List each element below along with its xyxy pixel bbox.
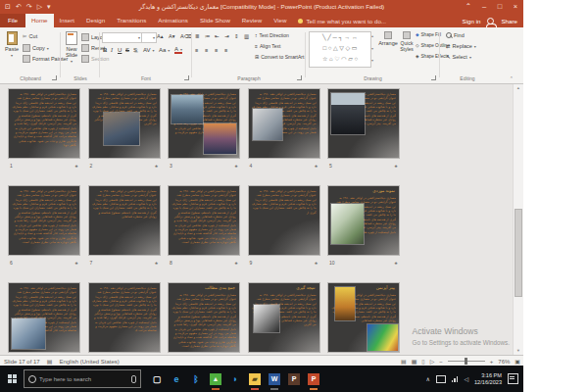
notes-icon[interactable]: ▤	[47, 358, 53, 365]
slide-thumbnail-7[interactable]: معماری دیکانستراکشن در اواخر دهه ۱۹۸۰ به…	[89, 186, 160, 255]
slide-canvas[interactable]: معماری دیکانستراکشن در اواخر دهه ۱۹۸۰ به…	[328, 89, 399, 158]
shrink-font-button[interactable]: A▾	[169, 33, 174, 39]
slide-thumbnail-13[interactable]: جمع بندی مطالبمعماری دیکانستراکشن در اوا…	[169, 283, 239, 352]
action-center-icon[interactable]	[508, 373, 518, 384]
slide-canvas[interactable]: معماری دیکانستراکشن در اواخر دهه ۱۹۸۰ به…	[9, 186, 79, 255]
taskbar-search[interactable]: Type here to search	[24, 369, 141, 388]
find-button[interactable]: Find	[446, 32, 465, 38]
slide-canvas[interactable]: معماری دیکانستراکشن در اواخر دهه ۱۹۸۰ به…	[169, 186, 239, 255]
close-icon[interactable]: ×	[508, 0, 523, 14]
animation-star-icon[interactable]: ★	[74, 261, 78, 266]
font-color-button[interactable]: A▾	[174, 47, 182, 54]
numbering-icon[interactable]: ≔	[205, 33, 211, 39]
animation-star-icon[interactable]: ★	[314, 261, 318, 266]
animation-star-icon[interactable]: ★	[74, 164, 78, 169]
tell-me-box[interactable]: Tell me what you want to do...	[292, 14, 392, 27]
sign-in-link[interactable]: Sign in	[463, 18, 481, 24]
clear-formatting-button[interactable]: A⌫	[180, 33, 191, 39]
tab-insert[interactable]: Insert	[54, 14, 80, 27]
ribbon-display-options-icon[interactable]: ⌃	[461, 0, 476, 14]
align-text-button[interactable]: ≡Align Text	[255, 43, 281, 49]
font-name-combobox[interactable]: ▾	[102, 32, 142, 43]
start-button[interactable]	[0, 366, 24, 392]
task-view-icon[interactable]: ▢	[151, 373, 163, 385]
scroll-down-icon[interactable]: ▾	[514, 347, 523, 355]
quick-styles-button[interactable]: Quick Styles	[398, 31, 416, 52]
normal-view-icon[interactable]: ▤	[401, 358, 407, 365]
slide-canvas[interactable]: نمونه موردیمعماری دیکانستراکشن در اواخر …	[328, 186, 399, 255]
slide-thumbnail-14[interactable]: نتیجه گیریمعماری دیکانستراکشن در اواخر د…	[249, 283, 319, 352]
redo-icon[interactable]: ↷	[26, 0, 32, 14]
animation-star-icon[interactable]: ★	[234, 164, 238, 169]
tab-home[interactable]: Home	[25, 14, 54, 27]
photos-app-icon[interactable]: ▲	[210, 373, 221, 385]
network-tray-icon[interactable]	[452, 376, 459, 382]
tab-view[interactable]: View	[268, 14, 292, 27]
slide-canvas[interactable]: معماری دیکانستراکشن در اواخر دهه ۱۹۸۰ به…	[249, 89, 319, 158]
slideshow-view-icon[interactable]: ▷	[430, 358, 435, 365]
drawing-dialog-launcher[interactable]	[431, 75, 436, 80]
minimize-icon[interactable]: –	[476, 0, 492, 14]
arrange-button[interactable]: Arrange	[378, 31, 398, 46]
slide-canvas[interactable]: معماری دیکانستراکشن در اواخر دهه ۱۹۸۰ به…	[249, 186, 319, 255]
bold-button[interactable]: B	[103, 47, 107, 53]
font-dialog-launcher[interactable]	[184, 75, 189, 80]
fit-to-window-icon[interactable]: ▣	[514, 358, 520, 365]
display-tray-icon[interactable]	[436, 375, 446, 383]
undo-icon[interactable]: ↶	[16, 0, 22, 14]
animation-star-icon[interactable]: ★	[154, 261, 158, 266]
save-icon[interactable]: ⊡	[5, 0, 11, 14]
animation-star-icon[interactable]: ★	[314, 164, 318, 169]
share-button[interactable]: Share	[501, 18, 517, 24]
zoom-level[interactable]: 76%	[498, 359, 510, 365]
slide-canvas[interactable]: پیتر آیزنمنمعماری دیکانستراکشن در اواخر …	[328, 283, 399, 352]
slide-thumbnail-5[interactable]: معماری دیکانستراکشن در اواخر دهه ۱۹۸۰ به…	[328, 89, 399, 158]
publisher-icon[interactable]: P	[288, 373, 300, 385]
decrease-indent-icon[interactable]: ⇤	[215, 33, 220, 39]
customize-qat-icon[interactable]: ▾	[47, 0, 51, 14]
slide-thumbnail-11[interactable]: معماری دیکانستراکشن در اواخر دهه ۱۹۸۰ به…	[9, 283, 79, 352]
slide-canvas[interactable]: جمع بندی مطالبمعماری دیکانستراکشن در اوا…	[169, 283, 239, 352]
slide-thumbnail-15[interactable]: پیتر آیزنمنمعماری دیکانستراکشن در اواخر …	[328, 283, 399, 352]
vertical-scrollbar[interactable]: ▴ ▾	[513, 84, 523, 355]
columns-icon[interactable]: ▥	[244, 33, 249, 39]
slide-thumbnail-9[interactable]: معماری دیکانستراکشن در اواخر دهه ۱۹۸۰ به…	[249, 186, 319, 255]
align-left-icon[interactable]: ≡	[195, 47, 198, 53]
convert-smartart-button[interactable]: ⊞Convert to SmartArt	[255, 54, 304, 60]
tab-review[interactable]: Review	[236, 14, 268, 27]
slide-thumbnail-3[interactable]: معماری دیکانستراکشن در اواخر دهه ۱۹۸۰ به…	[169, 89, 239, 158]
strikethrough-button[interactable]: S	[125, 47, 129, 53]
slide-canvas[interactable]: معماری دیکانستراکشن در اواخر دهه ۱۹۸۰ به…	[89, 186, 160, 255]
animation-star-icon[interactable]: ★	[154, 164, 158, 169]
underline-button[interactable]: U	[118, 47, 122, 53]
tab-design[interactable]: Design	[80, 14, 111, 27]
file-explorer-icon[interactable]: ▰	[249, 373, 261, 385]
slide-thumbnail-12[interactable]: معماری دیکانستراکشن در اواخر دهه ۱۹۸۰ به…	[89, 283, 160, 352]
tab-slideshow[interactable]: Slide Show	[194, 14, 236, 27]
paste-button[interactable]: Paste▾	[4, 31, 20, 58]
restore-icon[interactable]: □	[492, 0, 508, 14]
increase-indent-icon[interactable]: ⇥	[224, 33, 229, 39]
scrollbar-thumb[interactable]	[514, 209, 522, 297]
animation-star-icon[interactable]: ★	[394, 164, 398, 169]
zoom-slider-thumb[interactable]	[465, 358, 467, 365]
volume-tray-icon[interactable]: ◁	[464, 375, 468, 382]
hidden-icons-chevron[interactable]: ∧	[425, 375, 429, 382]
slide-thumbnail-4[interactable]: معماری دیکانستراکشن در اواخر دهه ۱۹۸۰ به…	[249, 89, 319, 158]
cortana-icon[interactable]: ◗	[229, 373, 241, 385]
slide-canvas[interactable]: معماری دیکانستراکشن در اواخر دهه ۱۹۸۰ به…	[89, 89, 160, 158]
bluetooth-icon[interactable]: ᛒ	[190, 373, 202, 385]
tray-clock[interactable]: 3:16 PM 12/16/2023	[474, 372, 502, 386]
zoom-out-icon[interactable]: −	[439, 359, 443, 365]
powerpoint-icon[interactable]: P	[308, 373, 319, 385]
shapes-gallery[interactable]: ╲ ╱ ─ ┐ → ↔ □ ○ △ ▽ ◇ ▭ ☆ ⌂ ♡ ◠ ▱ ○	[309, 31, 371, 68]
character-spacing-button[interactable]: AV▾	[143, 47, 155, 53]
paragraph-dialog-launcher[interactable]	[297, 75, 302, 80]
slide-canvas[interactable]: نتیجه گیریمعماری دیکانستراکشن در اواخر د…	[249, 283, 319, 352]
slide-thumbnail-8[interactable]: معماری دیکانستراکشن در اواخر دهه ۱۹۸۰ به…	[169, 186, 239, 255]
change-case-button[interactable]: Aa▾	[159, 47, 170, 53]
select-button[interactable]: ↖Select▾	[446, 54, 471, 60]
justify-icon[interactable]: ≡	[224, 47, 227, 53]
zoom-slider[interactable]	[448, 361, 485, 362]
scroll-up-icon[interactable]: ▴	[514, 84, 523, 92]
